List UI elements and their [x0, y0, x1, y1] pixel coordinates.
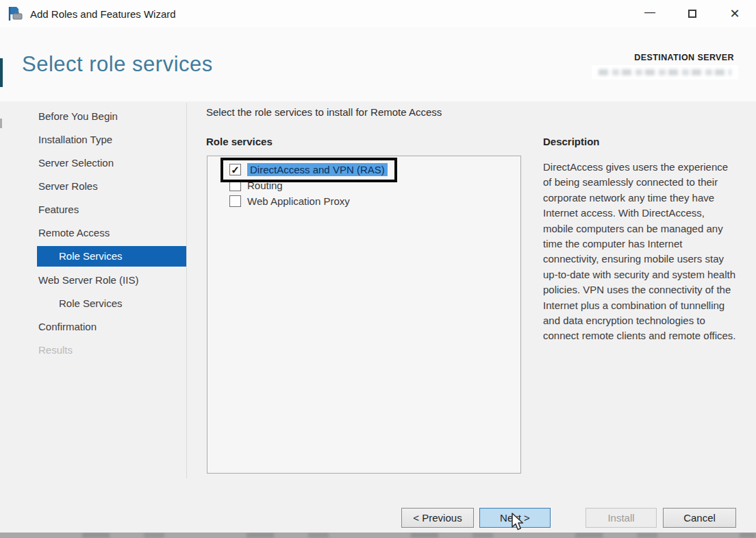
nav-item-server-roles[interactable]: Server Roles: [37, 175, 186, 198]
minimize-icon: —: [644, 7, 655, 18]
background-window-mark: [0, 119, 2, 128]
close-button[interactable]: ✕: [714, 0, 756, 27]
nav-item-role-services-iis[interactable]: Role Services: [37, 292, 186, 315]
page-title: Select role services: [22, 52, 213, 77]
checkbox-checked-icon[interactable]: ✓: [229, 164, 241, 175]
nav-item-remote-access[interactable]: Remote Access: [37, 221, 186, 245]
wizard-app-icon: [8, 6, 24, 21]
list-item-label[interactable]: Web Application Proxy: [247, 195, 350, 207]
previous-button[interactable]: < Previous: [401, 508, 474, 528]
list-item-label[interactable]: DirectAccess and VPN (RAS): [247, 163, 388, 176]
nav-item-results: Results: [37, 339, 186, 362]
nav-item-role-services-current[interactable]: Role Services: [37, 246, 186, 267]
instruction-text: Select the role services to install for …: [206, 106, 442, 118]
nav-item-confirmation[interactable]: Confirmation: [37, 315, 186, 339]
nav-item-before-you-begin[interactable]: Before You Begin: [37, 105, 186, 128]
nav-item-web-server-role-iis[interactable]: Web Server Role (IIS): [37, 269, 186, 292]
title-bar: Add Roles and Features Wizard — ✕: [0, 0, 756, 27]
close-icon: ✕: [729, 8, 740, 20]
nav-item-installation-type[interactable]: Installation Type: [37, 128, 186, 151]
list-item-directaccess-vpn[interactable]: ✓ DirectAccess and VPN (RAS): [207, 162, 520, 178]
sidebar-divider: [186, 103, 187, 478]
role-services-listbox: ✓ DirectAccess and VPN (RAS) Routing Web…: [207, 156, 521, 474]
list-item-routing[interactable]: Routing: [207, 178, 520, 193]
wizard-step-nav: Before You Begin Installation Type Serve…: [37, 105, 186, 362]
description-heading: Description: [543, 136, 600, 147]
list-item-label[interactable]: Routing: [247, 180, 283, 191]
cancel-button[interactable]: Cancel: [663, 508, 736, 528]
minimize-button[interactable]: —: [629, 0, 671, 27]
checkbox-unchecked-icon[interactable]: [229, 195, 241, 207]
destination-server-name-redacted: [592, 65, 738, 80]
description-text: DirectAccess gives users the experience …: [543, 160, 737, 344]
background-window-sliver: [0, 58, 3, 87]
next-button[interactable]: Next >: [479, 508, 551, 528]
nav-item-server-selection[interactable]: Server Selection: [37, 151, 186, 175]
maximize-icon: [688, 10, 696, 18]
role-services-heading: Role services: [206, 136, 273, 147]
maximize-button[interactable]: [671, 0, 714, 27]
nav-item-features[interactable]: Features: [37, 198, 186, 221]
window-title: Add Roles and Features Wizard: [30, 8, 176, 20]
list-item-web-application-proxy[interactable]: Web Application Proxy: [207, 193, 520, 209]
checkbox-unchecked-icon[interactable]: [229, 180, 241, 191]
destination-server-label: DESTINATION SERVER: [634, 53, 734, 62]
wizard-header: Select role services DESTINATION SERVER: [0, 27, 756, 101]
bottom-screen-strip: [0, 533, 756, 538]
install-button: Install: [585, 508, 657, 528]
